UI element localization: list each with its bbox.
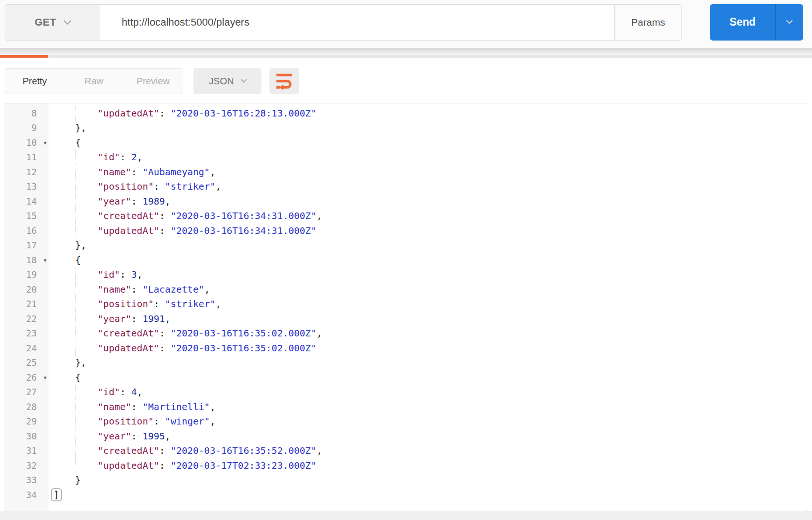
- chevron-down-icon: [241, 76, 247, 83]
- code-line: 34]: [4, 488, 808, 503]
- code-line-content: "position": "striker",: [48, 297, 221, 312]
- json-string: "2020-03-16T16:28:13.000Z": [171, 108, 317, 119]
- code-line: 11 "id": 2,: [4, 150, 808, 165]
- line-number: 14: [4, 194, 48, 209]
- json-key: "position": [97, 181, 153, 192]
- url-input[interactable]: [100, 5, 614, 40]
- fold-toggle-icon[interactable]: ▾: [43, 253, 47, 268]
- code-line-content: "id": 2,: [48, 150, 143, 165]
- json-string: "2020-03-16T16:34:31.000Z": [171, 210, 317, 221]
- send-button-main[interactable]: Send: [710, 4, 775, 41]
- code-line-content: "createdAt": "2020-03-16T16:35:52.000Z",: [48, 444, 322, 458]
- fold-toggle-icon[interactable]: ▾: [43, 136, 47, 151]
- code-line-content: "position": "striker",: [48, 179, 221, 194]
- response-body-editor[interactable]: 7 "createdAt": "2020-03-16T16:28:13.000Z…: [4, 103, 808, 511]
- json-punctuation: :: [159, 225, 171, 236]
- line-number: 24: [4, 341, 48, 356]
- indent: [53, 416, 97, 427]
- json-punctuation: ,: [215, 298, 221, 309]
- params-label: Params: [631, 17, 665, 28]
- params-button[interactable]: Params: [614, 5, 681, 40]
- json-punctuation: ,: [210, 166, 215, 178]
- code-line: 27 "id": 4,: [4, 385, 808, 400]
- json-punctuation: },: [75, 122, 86, 133]
- code-line-content: "updatedAt": "2020-03-17T02:33:23.000Z": [48, 458, 317, 473]
- code-line-content: "updatedAt": "2020-03-16T16:35:02.000Z": [48, 341, 317, 356]
- json-punctuation: {: [75, 254, 81, 266]
- code-line-content: "updatedAt": "2020-03-16T16:34:31.000Z": [48, 224, 317, 239]
- code-line: 28 "name": "Martinelli",: [4, 400, 808, 415]
- code-line-content: "name": "Martinelli",: [48, 400, 215, 415]
- code-line-content: "name": "Lacazette",: [48, 282, 210, 297]
- code-editor-lines: 7 "createdAt": "2020-03-16T16:28:13.000Z…: [4, 103, 808, 502]
- matched-bracket: ]: [51, 488, 62, 501]
- indent: [53, 401, 97, 412]
- code-line: 22 "year": 1991,: [4, 312, 808, 327]
- json-punctuation: ,: [165, 431, 171, 442]
- code-line-content: "updatedAt": "2020-03-16T16:28:13.000Z": [48, 106, 317, 121]
- json-punctuation: ,: [137, 269, 143, 280]
- send-options-button[interactable]: [775, 4, 803, 41]
- tab-preview[interactable]: Preview: [124, 68, 183, 94]
- format-select[interactable]: JSON: [193, 68, 261, 94]
- tab-label: Raw: [84, 76, 103, 87]
- json-key: "name": [97, 166, 131, 178]
- method-select[interactable]: GET: [5, 5, 100, 40]
- line-number: 8: [4, 106, 48, 121]
- json-string: "2020-03-16T16:35:02.000Z": [171, 342, 317, 354]
- tab-label: Pretty: [22, 76, 47, 87]
- indent: [53, 313, 97, 324]
- json-punctuation: ,: [317, 445, 322, 456]
- json-key: "createdAt": [97, 328, 159, 339]
- line-number: 21: [4, 297, 48, 312]
- line-number: 13: [4, 179, 48, 194]
- json-punctuation: :: [159, 460, 171, 471]
- json-punctuation: :: [120, 386, 131, 397]
- response-view-tabs: Pretty Raw Preview: [5, 68, 183, 94]
- response-toolbar: Pretty Raw Preview JSON: [0, 68, 812, 94]
- code-line: 19 "id": 3,: [4, 267, 808, 282]
- json-key: "name": [97, 284, 131, 295]
- json-punctuation: :: [131, 313, 143, 324]
- json-punctuation: :: [154, 416, 165, 427]
- code-line-content: "id": 4,: [48, 385, 143, 400]
- json-string: "2020-03-17T02:33:23.000Z": [171, 460, 317, 471]
- code-line-content: },: [48, 356, 86, 370]
- json-punctuation: :: [159, 108, 171, 119]
- code-line-content: "createdAt": "2020-03-16T16:34:31.000Z",: [48, 209, 322, 224]
- json-punctuation: :: [131, 431, 143, 442]
- code-line-content: "year": 1995,: [48, 429, 171, 444]
- chevron-down-icon: [63, 17, 71, 25]
- json-punctuation: :: [159, 210, 171, 221]
- json-punctuation: {: [75, 137, 81, 148]
- json-key: "createdAt": [97, 445, 159, 456]
- code-line: 8 "updatedAt": "2020-03-16T16:28:13.000Z…: [4, 106, 808, 121]
- indent: [53, 254, 75, 266]
- code-line: 21 "position": "striker",: [4, 297, 808, 312]
- code-line: 20 "name": "Lacazette",: [4, 282, 808, 297]
- json-key: "id": [97, 151, 120, 163]
- send-label: Send: [729, 16, 756, 28]
- tab-pretty[interactable]: Pretty: [5, 68, 64, 94]
- code-line-content: "year": 1989,: [48, 194, 171, 209]
- fold-toggle-icon[interactable]: ▾: [43, 370, 47, 385]
- json-punctuation: :: [159, 103, 171, 104]
- code-line: 10▾ {: [4, 136, 808, 151]
- indent: [53, 196, 97, 207]
- json-string: "Aubameyang": [143, 166, 210, 178]
- line-number: 30: [4, 429, 48, 444]
- json-key: "id": [97, 269, 120, 280]
- indent: [53, 372, 75, 383]
- indent: [53, 357, 75, 368]
- json-string: "winger": [165, 416, 210, 427]
- chevron-down-icon: [786, 17, 793, 25]
- line-number: 34: [4, 488, 48, 503]
- json-punctuation: :: [131, 401, 143, 412]
- json-key: "position": [97, 298, 153, 309]
- code-line: 33 }: [4, 473, 808, 488]
- line-number: 31: [4, 444, 48, 458]
- send-button: Send: [710, 4, 803, 41]
- tab-raw[interactable]: Raw: [64, 68, 124, 94]
- wrap-text-button[interactable]: [269, 68, 299, 94]
- progress-fill: [0, 55, 48, 58]
